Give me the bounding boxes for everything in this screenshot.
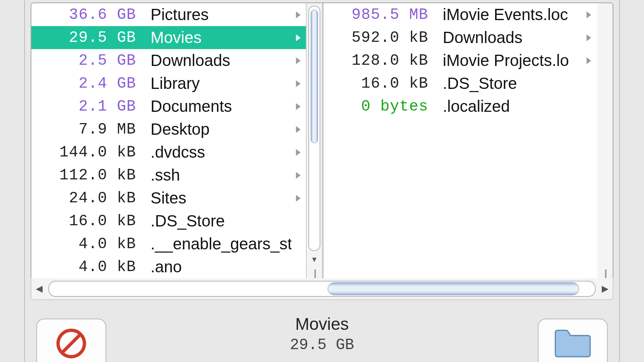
file-name: .localized	[431, 97, 582, 115]
list-item[interactable]: 985.5 MBiMovie Events.loc	[324, 3, 597, 26]
file-name: .ssh	[138, 166, 291, 184]
chevron-right-icon	[291, 57, 307, 65]
file-size: 128.0 kB	[324, 52, 431, 69]
file-list-right[interactable]: 985.5 MBiMovie Events.loc592.0 kBDownloa…	[324, 3, 597, 280]
chevron-right-icon	[291, 103, 307, 111]
list-item[interactable]: 128.0 kBiMovie Projects.lo	[324, 49, 597, 72]
file-size: 4.0 kB	[31, 258, 138, 276]
scroll-grip[interactable]: ||	[597, 266, 613, 280]
svg-line-1	[63, 335, 80, 352]
list-item[interactable]: 2.5 GBDownloads	[31, 49, 307, 72]
vscrollbar-right[interactable]: ||	[597, 3, 613, 280]
file-name: .DS_Store	[138, 212, 291, 230]
chevron-right-icon	[291, 194, 307, 202]
file-size: 592.0 kB	[324, 29, 431, 46]
chevron-right-icon	[291, 171, 307, 179]
list-item[interactable]: 29.5 GBMovies	[31, 26, 307, 49]
window: 36.6 GBPictures29.5 GBMovies2.5 GBDownlo…	[24, 0, 620, 362]
file-name: iMovie Projects.lo	[431, 51, 582, 70]
file-size: 112.0 kB	[31, 167, 138, 184]
file-size: 4.0 kB	[31, 235, 138, 253]
vscroll-thumb[interactable]	[311, 10, 318, 143]
file-name: Library	[138, 74, 291, 93]
hscrollbar[interactable]: ◀ ▶	[31, 278, 613, 300]
scroll-left-arrow[interactable]: ◀	[31, 284, 47, 294]
reveal-in-finder-button[interactable]	[538, 319, 608, 362]
hscroll-track[interactable]	[48, 281, 596, 297]
list-item[interactable]: 16.0 kB.DS_Store	[31, 210, 307, 232]
chevron-right-icon	[291, 34, 307, 42]
file-size: 2.1 GB	[31, 98, 138, 115]
chevron-right-icon	[291, 80, 307, 88]
chevron-right-icon	[582, 11, 597, 19]
file-name: .ano	[138, 258, 291, 276]
chevron-right-icon	[582, 57, 597, 65]
selection-info: Movies 29.5 GB	[112, 311, 532, 354]
list-item[interactable]: 0 bytes.localized	[324, 95, 597, 118]
list-item[interactable]: 36.6 GBPictures	[31, 3, 307, 26]
list-item[interactable]: 4.0 kB.ano	[31, 255, 307, 278]
selection-size: 29.5 GB	[290, 336, 354, 354]
delete-button[interactable]	[36, 319, 106, 362]
vscroll-track[interactable]	[308, 6, 320, 251]
vscrollbar-left[interactable]: ▼ ||	[306, 3, 322, 280]
pane-child: 985.5 MBiMovie Events.loc592.0 kBDownloa…	[324, 3, 613, 280]
file-size: 2.5 GB	[31, 52, 138, 69]
list-item[interactable]: 112.0 kB.ssh	[31, 164, 307, 187]
file-name: .DS_Store	[431, 74, 582, 93]
list-item[interactable]: 16.0 kB.DS_Store	[324, 72, 597, 95]
file-size: 985.5 MB	[324, 6, 431, 23]
file-list-left[interactable]: 36.6 GBPictures29.5 GBMovies2.5 GBDownlo…	[31, 3, 307, 280]
file-name: .__enable_gears_st…	[138, 235, 291, 253]
file-size: 144.0 kB	[31, 144, 138, 161]
prohibited-icon	[55, 327, 88, 360]
selection-name: Movies	[295, 315, 349, 334]
file-name: Movies	[138, 29, 291, 47]
file-name: Desktop	[138, 120, 291, 138]
chevron-right-icon	[291, 148, 307, 156]
file-name: .dvdcss	[138, 143, 291, 161]
file-name: Pictures	[138, 6, 291, 24]
file-name: Downloads	[431, 29, 582, 47]
chevron-right-icon	[291, 125, 307, 134]
list-item[interactable]: 144.0 kB.dvdcss	[31, 141, 307, 164]
scroll-down-arrow[interactable]: ▼	[307, 253, 322, 265]
file-name: iMovie Events.loc	[431, 6, 582, 24]
file-size: 0 bytes	[324, 98, 431, 115]
file-size: 16.0 kB	[324, 75, 431, 92]
file-size: 2.4 GB	[31, 75, 138, 92]
column-view: 36.6 GBPictures29.5 GBMovies2.5 GBDownlo…	[31, 2, 613, 281]
list-item[interactable]: 24.0 kBSites	[31, 187, 307, 210]
hscroll-thumb[interactable]	[328, 282, 580, 295]
list-item[interactable]: 2.4 GBLibrary	[31, 72, 307, 95]
pane-parent: 36.6 GBPictures29.5 GBMovies2.5 GBDownlo…	[31, 3, 324, 280]
list-item[interactable]: 592.0 kBDownloads	[324, 26, 597, 49]
list-item[interactable]: 7.9 MBDesktop	[31, 118, 307, 141]
folder-icon	[554, 329, 592, 358]
file-size: 7.9 MB	[31, 121, 138, 138]
scroll-right-arrow[interactable]: ▶	[597, 284, 613, 294]
file-size: 16.0 kB	[31, 212, 138, 230]
file-size: 24.0 kB	[31, 189, 138, 207]
file-size: 36.6 GB	[31, 6, 138, 23]
file-name: Sites	[138, 189, 291, 207]
footer: Movies 29.5 GB	[31, 311, 613, 362]
list-item[interactable]: 4.0 kB.__enable_gears_st…	[31, 232, 307, 255]
list-item[interactable]: 2.1 GBDocuments	[31, 95, 307, 118]
file-size: 29.5 GB	[31, 29, 138, 46]
chevron-right-icon	[291, 11, 307, 19]
file-name: Downloads	[138, 51, 291, 70]
chevron-right-icon	[582, 34, 597, 42]
scroll-grip[interactable]: ||	[307, 266, 322, 280]
file-name: Documents	[138, 97, 291, 115]
